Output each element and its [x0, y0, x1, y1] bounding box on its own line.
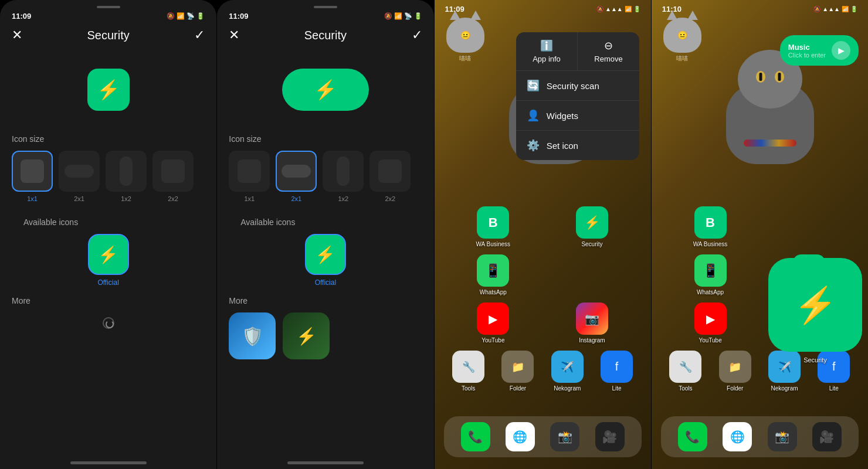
- size-option-1x1-2[interactable]: 1x1: [229, 151, 270, 202]
- folder-icon-3[interactable]: 📁: [501, 351, 534, 383]
- remove-button[interactable]: ⊖ Remove: [578, 32, 639, 70]
- chrome-dock-4[interactable]: 🌐: [717, 422, 758, 451]
- chrome-icon-4[interactable]: 🌐: [723, 422, 752, 451]
- app-row-3-2: 📱 WhatsApp: [444, 254, 642, 295]
- more-icon-scan-2[interactable]: ⚡: [283, 312, 330, 359]
- size-option-2x2-1[interactable]: 2x2: [152, 151, 194, 202]
- status-bar-3: 11:09 🔕 ▲▲▲ 📶 🔋: [435, 0, 651, 18]
- shield-icon-1: ⚡: [98, 245, 118, 264]
- music-widget-4[interactable]: Music Click to enter ▶: [780, 35, 859, 66]
- instagram-glyph: 📷: [585, 312, 599, 326]
- size-box-2x1-1[interactable]: [59, 151, 100, 192]
- whatsapp-icon-3[interactable]: 📱: [477, 254, 509, 287]
- instagram-app-3[interactable]: 📷 Instagram: [571, 303, 612, 344]
- confirm-button-2[interactable]: ✓: [412, 28, 422, 43]
- size-option-2x2-2[interactable]: 2x2: [369, 151, 411, 202]
- size-option-1x2-1[interactable]: 1x2: [106, 151, 147, 202]
- cat-label-4: 喵喵: [663, 55, 701, 63]
- camera2-icon-3[interactable]: 🎥: [595, 422, 625, 451]
- folder-app-4[interactable]: 📁 Folder: [714, 351, 755, 392]
- size-box-2x2-2[interactable]: [369, 151, 411, 192]
- cat-label-3-left: 喵喵: [446, 55, 484, 63]
- chrome-dock-3[interactable]: 🌐: [500, 422, 541, 451]
- security-big-icon-4[interactable]: ⚡: [768, 258, 862, 352]
- youtube-app-3[interactable]: ▶ YouTube: [473, 303, 514, 344]
- nekogram-icon-3[interactable]: ✈️: [551, 351, 584, 383]
- official-icon-2[interactable]: ⚡: [305, 234, 346, 275]
- widgets-icon: 👤: [527, 109, 540, 122]
- official-icon-1[interactable]: ⚡: [88, 234, 129, 275]
- phone-icon-3[interactable]: 📞: [461, 422, 490, 451]
- official-icon-option-1[interactable]: ⚡ Official: [12, 234, 205, 287]
- app-info-button[interactable]: ℹ️ App info: [516, 32, 578, 70]
- official-icon-option-2[interactable]: ⚡ Official: [229, 234, 422, 287]
- size-option-1x1-1[interactable]: 1x1: [12, 151, 53, 202]
- whatsapp-app-4[interactable]: 📱 WhatsApp: [690, 254, 731, 295]
- wa-business-app-3[interactable]: B WA Business: [473, 206, 514, 247]
- lite-app-3[interactable]: f Lite: [596, 351, 638, 392]
- security-scan-button[interactable]: 🔄 Security scan: [516, 71, 639, 101]
- phone-icon-4[interactable]: 📞: [678, 422, 707, 451]
- phone-dock-4[interactable]: 📞: [672, 422, 713, 451]
- security-scan-icon: 🔄: [527, 79, 540, 92]
- confirm-button-1[interactable]: ✓: [194, 28, 205, 43]
- size-box-2x2-1[interactable]: [152, 151, 194, 192]
- status-icons-2: 🔕 📶 📡 🔋: [384, 12, 422, 20]
- youtube-icon-3[interactable]: ▶: [477, 303, 509, 335]
- whatsapp-app-3[interactable]: 📱 WhatsApp: [473, 254, 514, 295]
- tools-app-3[interactable]: 🔧 Tools: [448, 351, 489, 392]
- size-option-1x2-2[interactable]: 1x2: [323, 151, 364, 202]
- camera-icon-3[interactable]: 📸: [550, 422, 579, 451]
- size-box-1x2-1[interactable]: [106, 151, 147, 192]
- tools-icon-4[interactable]: 🔧: [669, 351, 701, 383]
- camera2-dock-4[interactable]: 🎥: [806, 422, 847, 451]
- size-inner-1x2-1: [120, 157, 133, 186]
- camera-dock-3[interactable]: 📸: [544, 422, 585, 451]
- lite-label-3: Lite: [612, 385, 622, 392]
- whatsapp-icon-4[interactable]: 📱: [694, 254, 727, 287]
- nekogram-app-3[interactable]: ✈️ Nekogram: [547, 351, 588, 392]
- size-label-1x2-1: 1x2: [121, 195, 131, 202]
- camera-icon-4[interactable]: 📸: [768, 422, 797, 451]
- close-button-1[interactable]: ✕: [12, 28, 22, 43]
- size-label-2x2-2: 2x2: [385, 195, 395, 202]
- security-app-3[interactable]: ⚡ Security: [571, 206, 612, 247]
- wa-business-icon-4[interactable]: B: [694, 206, 727, 239]
- wa-business-icon-3[interactable]: B: [477, 206, 509, 239]
- size-option-2x1-2[interactable]: 2x1: [276, 151, 317, 202]
- security-icon-3[interactable]: ⚡: [576, 206, 608, 239]
- youtube-app-4[interactable]: ▶ YouTube: [690, 303, 731, 344]
- battery-icon: 🔋: [196, 12, 205, 20]
- instagram-icon-3[interactable]: 📷: [576, 303, 608, 335]
- phone-dock-3[interactable]: 📞: [455, 422, 496, 451]
- widgets-button[interactable]: 👤 Widgets: [516, 101, 639, 131]
- camera2-icon-4[interactable]: 🎥: [812, 422, 842, 451]
- size-box-1x1-1[interactable]: [12, 151, 53, 192]
- lite-glyph: f: [615, 360, 619, 373]
- security-big-label-4: Security: [768, 354, 862, 365]
- more-icon-shield-2[interactable]: 🛡️: [229, 312, 276, 359]
- music-play-button[interactable]: ▶: [832, 41, 850, 60]
- chrome-icon-3[interactable]: 🌐: [506, 422, 535, 451]
- folder-app-3[interactable]: 📁 Folder: [497, 351, 538, 392]
- wa-business-app-4[interactable]: B WA Business: [690, 206, 731, 247]
- set-icon-button[interactable]: ⚙️ Set icon: [516, 131, 639, 160]
- more-icons-row-2: 🛡️ ⚡: [217, 312, 433, 359]
- size-option-2x1-1[interactable]: 2x1: [59, 151, 100, 202]
- wa-biz-glyph-4: B: [706, 215, 715, 230]
- youtube-icon-4[interactable]: ▶: [694, 303, 727, 335]
- size-box-1x1-2[interactable]: [229, 151, 270, 192]
- tools-app-4[interactable]: 🔧 Tools: [665, 351, 706, 392]
- signal-icon-2: 📶: [394, 12, 402, 20]
- camera2-dock-3[interactable]: 🎥: [589, 422, 630, 451]
- size-box-1x2-2[interactable]: [323, 151, 364, 192]
- folder-icon-4[interactable]: 📁: [719, 351, 751, 383]
- lite-icon-3[interactable]: f: [601, 351, 633, 383]
- camera2-glyph-3: 🎥: [602, 430, 617, 444]
- tools-icon-3[interactable]: 🔧: [452, 351, 484, 383]
- camera-dock-4[interactable]: 📸: [762, 422, 803, 451]
- shield-bolt-icon-1: ⚡: [97, 79, 120, 101]
- size-box-2x1-2[interactable]: [276, 151, 317, 192]
- mute-icon-4: 🔕: [813, 6, 820, 12]
- close-button-2[interactable]: ✕: [229, 28, 239, 43]
